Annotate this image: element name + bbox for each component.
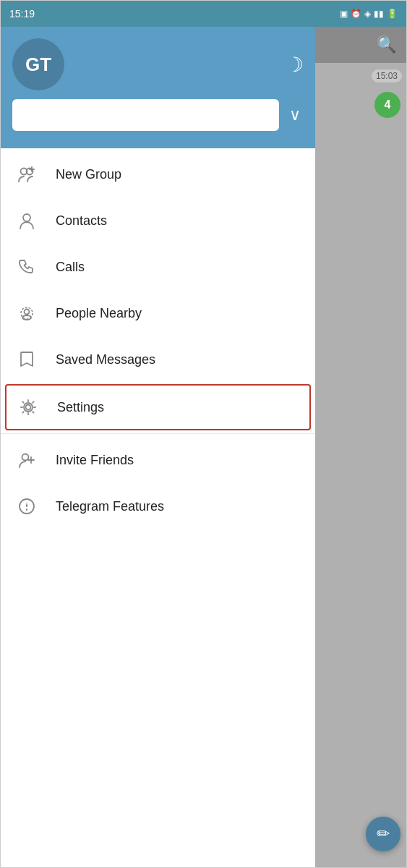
contacts-label: Contacts [56,213,107,229]
svg-point-10 [22,454,29,461]
new-group-icon [15,163,38,186]
saved-messages-icon [15,348,38,371]
battery-icon: 🔋 [387,9,398,19]
wifi-icon: ◈ [364,9,371,19]
sidebar: GT ☽ ∨ [1,27,315,868]
chat-time: 15:03 [372,69,402,82]
svg-point-5 [25,310,30,315]
unread-badge: 4 [374,92,400,118]
calls-label: Calls [56,260,85,275]
compose-fab[interactable]: ✏ [366,817,400,851]
search-row: ∨ [12,99,304,137]
saved-messages-label: Saved Messages [56,352,155,367]
sidebar-item-people-nearby[interactable]: People Nearby [1,290,315,336]
notification-icon: ▣ [340,9,348,19]
svg-point-14 [26,503,27,504]
sidebar-item-saved-messages[interactable]: Saved Messages [1,336,315,383]
invite-friends-icon [15,448,38,472]
menu-divider [1,433,315,434]
telegram-features-icon [15,495,38,518]
chat-header: 🔍 [315,27,406,63]
sidebar-header: GT ☽ ∨ [1,27,315,148]
status-icons: ▣ ⏰ ◈ ▮▮ 🔋 [340,9,398,19]
sidebar-item-calls[interactable]: Calls [1,244,315,290]
signal-icon: ▮▮ [374,9,384,19]
main-layout: GT ☽ ∨ [1,27,406,868]
people-nearby-label: People Nearby [56,306,142,321]
sidebar-item-contacts[interactable]: Contacts [1,197,315,244]
contacts-icon [15,209,38,232]
sidebar-item-new-group[interactable]: New Group [1,151,315,197]
moon-icon[interactable]: ☽ [286,53,304,77]
chat-search-icon[interactable]: 🔍 [377,35,396,54]
settings-label: Settings [57,400,104,415]
chevron-down-icon[interactable]: ∨ [286,103,304,127]
sidebar-item-telegram-features[interactable]: Telegram Features [1,483,315,529]
calls-icon [15,255,38,278]
chat-panel: 🔍 15:03 4 ✏ [315,27,406,868]
people-nearby-icon [15,302,38,325]
sidebar-item-invite-friends[interactable]: Invite Friends [1,437,315,483]
compose-icon: ✏ [377,825,390,843]
menu-list: New Group Contacts Ca [1,148,315,868]
search-input[interactable] [12,99,279,131]
avatar[interactable]: GT [12,38,64,90]
header-top: GT ☽ [12,38,304,90]
svg-point-4 [23,214,30,221]
telegram-features-label: Telegram Features [56,499,164,514]
sidebar-item-settings[interactable]: Settings [5,384,311,430]
status-bar: 15:19 ▣ ⏰ ◈ ▮▮ 🔋 [1,1,406,27]
new-group-label: New Group [56,167,121,182]
invite-friends-label: Invite Friends [56,453,134,468]
alarm-icon: ⏰ [351,9,361,19]
svg-point-8 [26,405,31,410]
status-time: 15:19 [9,8,35,20]
settings-icon [17,396,40,419]
